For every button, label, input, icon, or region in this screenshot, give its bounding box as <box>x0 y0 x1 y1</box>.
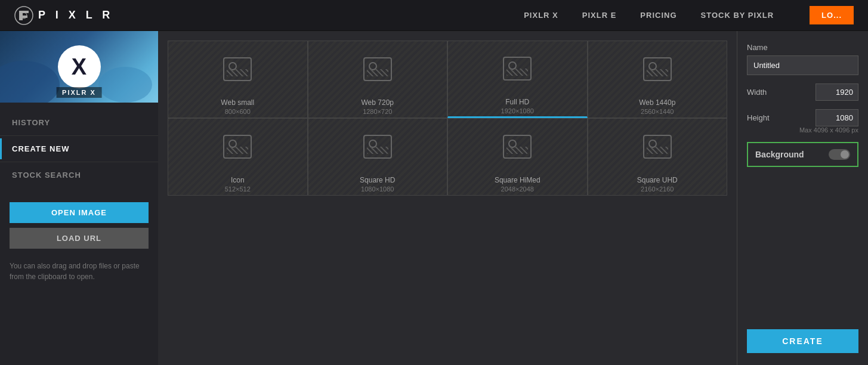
sidebar-item-create-new[interactable]: CREATE NEW <box>0 138 158 159</box>
sidebar-item-history[interactable]: HISTORY <box>0 112 158 133</box>
nav-stock[interactable]: STOCK BY PIXLR <box>701 11 774 20</box>
width-row: Width <box>747 83 858 101</box>
template-icon-full-hd <box>503 57 532 81</box>
nav-pixlr-x[interactable]: PIXLR X <box>524 11 558 20</box>
template-grid-container: Web small800×600Web 720p1280×720Full HD1… <box>158 31 737 365</box>
nav-pixlr-e[interactable]: PIXLR E <box>582 11 617 20</box>
template-size-full-hd: 1920×1080 <box>501 107 534 115</box>
template-size-square-himed: 2048×2048 <box>501 185 534 193</box>
nav-pricing[interactable]: PRICING <box>640 11 677 20</box>
sidebar-nav: HISTORY CREATE NEW STOCK SEARCH <box>0 103 158 195</box>
height-label: Height <box>747 113 770 122</box>
template-grid: Web small800×600Web 720p1280×720Full HD1… <box>168 41 727 196</box>
width-input[interactable] <box>816 83 858 101</box>
template-label-web-small: Web small <box>218 95 257 108</box>
background-toggle[interactable] <box>829 149 850 160</box>
name-field-group: Name <box>747 43 858 75</box>
main-layout: X PIXLR X HISTORY CREATE NEW STOCK SEARC… <box>0 31 868 365</box>
template-icon-web-1440p <box>643 57 672 81</box>
width-label: Width <box>747 88 767 97</box>
template-card-web-720p[interactable]: Web 720p1280×720 <box>308 41 448 118</box>
template-label-icon: Icon <box>228 172 247 185</box>
sidebar-divider-2 <box>0 162 158 162</box>
template-size-web-small: 800×600 <box>225 108 251 115</box>
template-card-inner-full-hd <box>448 44 587 94</box>
height-row: Height <box>747 109 858 126</box>
sidebar-item-stock-search[interactable]: STOCK SEARCH <box>0 165 158 185</box>
height-field-group: Height Max 4096 x 4096 px <box>747 109 858 134</box>
sidebar-logo-area: X PIXLR X <box>0 31 158 103</box>
login-button[interactable]: LO... <box>810 6 854 24</box>
right-panel: Name Width Height Max 4096 x 4096 px Bac… <box>737 31 868 365</box>
template-label-web-720p: Web 720p <box>359 95 397 108</box>
template-size-square-uhd: 2160×2160 <box>641 185 674 193</box>
x-letter: X <box>72 54 87 80</box>
template-label-square-himed: Square HiMed <box>492 172 543 185</box>
template-size-icon: 512×512 <box>225 185 251 193</box>
pixlr-logo-icon <box>14 6 33 25</box>
logo-text: P I X L R <box>38 9 113 21</box>
name-input[interactable] <box>747 55 858 75</box>
max-info: Max 4096 x 4096 px <box>747 126 858 134</box>
template-card-web-1440p[interactable]: Web 1440p2560×1440 <box>588 41 728 118</box>
template-icon-web-small <box>223 57 252 81</box>
sidebar-hint: You can also drag and drop files or past… <box>0 256 158 287</box>
template-size-web-720p: 1280×720 <box>363 108 392 115</box>
open-image-button[interactable]: OPEN IMAGE <box>10 202 149 223</box>
template-card-square-uhd[interactable]: Square UHD2160×2160 <box>588 118 728 196</box>
name-label: Name <box>747 43 858 52</box>
sidebar-app-label: PIXLR X <box>56 87 102 98</box>
template-card-inner-square-hd <box>308 122 447 172</box>
background-label: Background <box>755 150 804 159</box>
template-size-web-1440p: 2560×1440 <box>641 108 674 115</box>
sidebar-buttons: OPEN IMAGE LOAD URL <box>0 195 158 256</box>
template-label-square-hd: Square HD <box>357 172 397 185</box>
template-card-inner-square-himed <box>448 122 587 172</box>
template-label-square-uhd: Square UHD <box>635 172 680 185</box>
template-icon-square-hd <box>363 135 392 159</box>
template-size-square-hd: 1080×1080 <box>361 185 394 193</box>
template-card-web-small[interactable]: Web small800×600 <box>168 41 308 118</box>
header: P I X L R PIXLR X PIXLR E PRICING STOCK … <box>0 0 868 31</box>
template-card-square-hd[interactable]: Square HD1080×1080 <box>308 118 448 196</box>
template-card-icon[interactable]: Icon512×512 <box>168 118 308 196</box>
template-card-inner-web-720p <box>308 44 447 95</box>
width-field-group: Width <box>747 83 858 101</box>
template-card-square-himed[interactable]: Square HiMed2048×2048 <box>447 118 588 196</box>
template-label-full-hd: Full HD <box>503 94 532 107</box>
create-button[interactable]: CREATE <box>747 329 858 353</box>
template-icon-web-720p <box>363 57 392 81</box>
sidebar: X PIXLR X HISTORY CREATE NEW STOCK SEARC… <box>0 31 158 365</box>
template-icon-icon <box>223 135 252 159</box>
template-card-inner-square-uhd <box>588 122 727 172</box>
logo: P I X L R <box>14 6 113 25</box>
template-card-inner-icon <box>168 122 307 172</box>
sidebar-divider <box>0 135 158 136</box>
nav-links: PIXLR X PIXLR E PRICING STOCK BY PIXLR L… <box>524 6 854 24</box>
height-input[interactable] <box>816 109 858 126</box>
template-label-web-1440p: Web 1440p <box>637 95 678 108</box>
template-card-inner-web-1440p <box>588 44 727 95</box>
template-card-inner-web-small <box>168 44 307 95</box>
pixlr-x-circle: X <box>58 45 101 88</box>
template-icon-square-himed <box>503 135 532 159</box>
load-url-button[interactable]: LOAD URL <box>10 228 149 249</box>
template-card-full-hd[interactable]: Full HD1920×1080 <box>447 41 588 118</box>
background-row: Background <box>747 142 858 167</box>
template-icon-square-uhd <box>643 135 672 159</box>
